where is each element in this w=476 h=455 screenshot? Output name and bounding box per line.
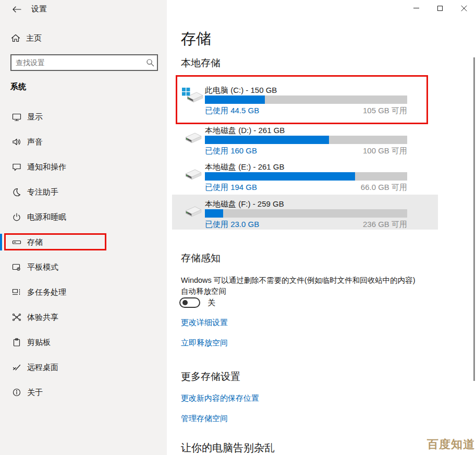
notifications-icon bbox=[10, 161, 23, 173]
storage-sense-toggle[interactable] bbox=[179, 297, 200, 308]
page-title: 存储 bbox=[181, 29, 211, 50]
sidebar-item-focus-assist[interactable]: 专注助手 bbox=[0, 182, 167, 202]
settings-window: 设置 主页 系统 显示 声音 通知和操作 bbox=[0, 0, 476, 455]
close-icon bbox=[461, 5, 467, 11]
sidebar-nav: 显示 声音 通知和操作 专注助手 电源和睡眠 存储 bbox=[0, 106, 167, 407]
sound-icon bbox=[10, 136, 23, 148]
drive-usage-fill bbox=[205, 209, 223, 218]
close-button[interactable] bbox=[452, 0, 476, 16]
drive-row-d[interactable]: 本地磁盘 (D:) - 261 GB 已使用 160 GB 100 GB 可用 bbox=[172, 121, 438, 156]
shared-experiences-icon bbox=[10, 312, 23, 323]
maximize-icon bbox=[437, 6, 443, 11]
minimize-icon bbox=[413, 8, 419, 8]
drive-usage-bar bbox=[205, 172, 407, 181]
toggle-state-label: 关 bbox=[208, 298, 215, 308]
minimize-button[interactable] bbox=[404, 0, 428, 16]
focus-assist-icon bbox=[10, 186, 23, 198]
drive-icon bbox=[181, 164, 204, 183]
sidebar-item-home[interactable]: 主页 bbox=[0, 28, 167, 49]
drive-usage-bar bbox=[205, 95, 407, 104]
back-button[interactable] bbox=[7, 3, 26, 16]
sidebar-item-display[interactable]: 显示 bbox=[0, 106, 167, 127]
search-box bbox=[10, 54, 158, 71]
drive-row-f[interactable]: 本地磁盘 (F:) - 259 GB 已使用 23.0 GB 236 GB 可用 bbox=[172, 195, 438, 230]
drive-usage-fill bbox=[205, 95, 265, 104]
drive-used-label: 已使用 44.5 GB bbox=[205, 106, 259, 115]
sidebar-item-sound[interactable]: 声音 bbox=[0, 131, 167, 152]
sidebar-section-system: 系统 bbox=[10, 82, 26, 92]
sidebar-item-clipboard[interactable]: 剪贴板 bbox=[0, 332, 167, 353]
drive-usage-fill bbox=[205, 172, 355, 181]
sidebar-item-notifications[interactable]: 通知和操作 bbox=[0, 157, 167, 177]
drive-icon bbox=[181, 127, 204, 146]
clipboard-icon bbox=[10, 337, 23, 348]
sidebar-item-remote-desktop[interactable]: 远程桌面 bbox=[0, 357, 167, 378]
remote-desktop-icon bbox=[10, 362, 23, 373]
drive-used-label: 已使用 23.0 GB bbox=[205, 220, 259, 229]
change-details-link[interactable]: 更改详细设置 bbox=[181, 318, 228, 328]
selected-accent-bar bbox=[0, 234, 2, 250]
back-arrow-icon bbox=[11, 5, 22, 14]
multitasking-icon bbox=[10, 286, 23, 298]
drive-name: 本地磁盘 (D:) - 261 GB bbox=[205, 126, 407, 135]
window-controls bbox=[404, 0, 476, 16]
maximize-button[interactable] bbox=[428, 0, 452, 16]
sidebar-item-storage[interactable]: 存储 bbox=[0, 232, 167, 253]
this-pc-drive-icon bbox=[181, 87, 204, 106]
storage-icon bbox=[10, 236, 23, 248]
toggle-knob bbox=[182, 300, 188, 305]
watermark: 百度知道 bbox=[427, 437, 475, 452]
drive-usage-bar bbox=[205, 136, 407, 144]
storage-sense-description: Windows 可以通过删除不需要的文件(例如临时文件和回收站中的内容) 自动释… bbox=[181, 275, 421, 297]
drive-icon bbox=[181, 201, 204, 220]
search-input[interactable] bbox=[11, 58, 143, 67]
scrollbar-thumb[interactable] bbox=[473, 57, 475, 381]
free-space-now-link[interactable]: 立即释放空间 bbox=[181, 338, 228, 348]
sidebar: 设置 主页 系统 显示 声音 通知和操作 bbox=[0, 0, 167, 455]
drive-free-label: 100 GB 可用 bbox=[363, 146, 407, 155]
home-icon bbox=[10, 33, 21, 43]
local-storage-heading: 本地存储 bbox=[181, 56, 221, 70]
drive-used-label: 已使用 194 GB bbox=[205, 183, 257, 192]
about-icon bbox=[10, 387, 23, 398]
drive-used-label: 已使用 160 GB bbox=[205, 146, 257, 155]
search-icon[interactable] bbox=[143, 58, 157, 67]
drive-row-c[interactable]: 此电脑 (C:) - 150 GB 已使用 44.5 GB 105 GB 可用 bbox=[172, 81, 438, 116]
sidebar-item-power-sleep[interactable]: 电源和睡眠 bbox=[0, 207, 167, 228]
drive-free-label: 105 GB 可用 bbox=[363, 106, 407, 115]
drive-name: 本地磁盘 (E:) - 261 GB bbox=[205, 162, 407, 172]
power-icon bbox=[10, 211, 23, 223]
sidebar-item-tablet-mode[interactable]: 平板模式 bbox=[0, 257, 167, 278]
more-storage-settings-heading: 更多存储设置 bbox=[181, 370, 240, 384]
sidebar-item-shared-experiences[interactable]: 体验共享 bbox=[0, 307, 167, 328]
app-title: 设置 bbox=[31, 4, 47, 14]
drive-usage-fill bbox=[205, 136, 329, 144]
sidebar-item-about[interactable]: 关于 bbox=[0, 382, 167, 403]
tablet-mode-icon bbox=[10, 261, 23, 273]
change-save-location-link[interactable]: 更改新内容的保存位置 bbox=[181, 393, 259, 403]
display-icon bbox=[10, 111, 23, 123]
manage-storage-spaces-link[interactable]: 管理存储空间 bbox=[181, 414, 228, 424]
drive-free-label: 236 GB 可用 bbox=[363, 220, 407, 229]
drive-name: 本地磁盘 (F:) - 259 GB bbox=[205, 199, 407, 209]
drive-row-e[interactable]: 本地磁盘 (E:) - 261 GB 已使用 194 GB 66.0 GB 可用 bbox=[172, 158, 438, 193]
drive-usage-bar bbox=[205, 209, 407, 218]
declutter-heading: 让你的电脑告别杂乱 bbox=[181, 441, 275, 455]
sidebar-item-label: 主页 bbox=[26, 33, 42, 43]
storage-sense-heading: 存储感知 bbox=[181, 252, 221, 265]
drive-name: 此电脑 (C:) - 150 GB bbox=[205, 86, 407, 95]
sidebar-item-multitasking[interactable]: 多任务处理 bbox=[0, 282, 167, 303]
drive-free-label: 66.0 GB 可用 bbox=[361, 183, 407, 192]
